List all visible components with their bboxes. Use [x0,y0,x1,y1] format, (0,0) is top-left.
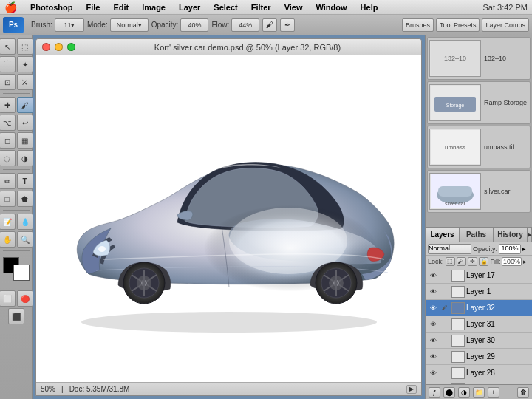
lock-all[interactable]: 🔒 [479,257,488,266]
zoom-tool[interactable]: 🔍 [17,231,33,248]
lasso-tool[interactable]: ⌒ [0,56,16,72]
delete-layer-btn[interactable]: 🗑 [517,387,529,398]
layer-visibility[interactable]: 👁 [428,368,438,378]
quick-mask-off[interactable]: ⬜ [0,290,16,307]
menu-photoshop[interactable]: Photoshop [27,3,75,12]
thumb-item-4[interactable]: silver car silver.car [427,170,531,213]
path-tool[interactable]: ✏ [0,173,16,189]
screen-mode[interactable]: ⬛ [8,308,24,324]
tab-history[interactable]: History [494,228,528,242]
apple-menu[interactable]: 🍎 [4,1,17,13]
right-buttons: Brushes Tool Presets Layer Comps [402,18,529,32]
healing-tool[interactable]: ✚ [0,97,16,113]
layer-visibility[interactable]: 👁 [428,335,438,346]
close-button[interactable] [42,43,50,51]
notes-tool[interactable]: 📝 [0,214,16,230]
custom-shape[interactable]: ⬟ [17,191,33,207]
menu-filter[interactable]: Filter [248,3,274,12]
thumb-label-1: 132–10 [484,55,506,62]
text-tool[interactable]: T [17,173,33,189]
lock-transparent[interactable]: ⬚ [446,257,455,266]
gradient-tool[interactable]: ▦ [17,132,33,149]
layer-item[interactable]: 👁 Layer 30 [426,332,532,349]
menu-edit[interactable]: Edit [110,3,132,12]
layer-item[interactable]: 👁 Layer 28 [426,365,532,381]
shape-tool[interactable]: □ [0,191,16,207]
fill-arrow[interactable]: ▸ [523,258,530,265]
tool-presets-btn[interactable]: Tool Presets [436,18,480,32]
fill-input[interactable]: 100% [502,257,521,266]
brushes-btn[interactable]: Brushes [402,18,434,32]
opacity-arrow[interactable]: ▸ [522,245,530,253]
menu-layer[interactable]: Layer [176,3,203,12]
menu-view[interactable]: View [282,3,306,12]
layers-list[interactable]: 👁 Layer 17 👁 Layer 1 👁 🖌 Layer 32 👁 Laye… [426,267,532,384]
thumb-label-2: Ramp Storage [484,99,527,106]
menu-file[interactable]: File [83,3,103,12]
tab-menu[interactable]: ▸ [528,228,532,242]
maximize-button[interactable] [67,43,75,51]
flow-input[interactable]: 44% [231,18,259,32]
new-layer-btn[interactable]: + [488,387,499,398]
status-arrow[interactable]: ▶ [406,385,417,394]
thumb-item-1[interactable]: 132–10 132–10 [427,37,531,80]
tool-separator-2 [3,169,30,170]
minimize-button[interactable] [55,43,63,51]
history-brush[interactable]: ↩ [17,115,33,131]
layer-visibility[interactable]: 👁 [428,352,438,362]
layer-item[interactable]: 👁 Layer 17 [426,267,532,284]
opacity-input[interactable]: 100% [499,244,521,254]
svg-point-0 [81,312,377,332]
airbrush-btn[interactable]: 🖌 [262,18,277,32]
add-style-btn[interactable]: ƒ [429,387,440,398]
blur-tool[interactable]: ◌ [0,150,16,166]
tab-layers[interactable]: Layers [426,228,460,242]
layer-visibility[interactable]: 👁 [428,287,438,297]
flow-group: Flow: 44% [211,18,259,32]
opacity-label: Opacity: [151,21,179,29]
brush-picker[interactable]: 11▾ [55,18,84,32]
layer-visibility[interactable]: 👁 [428,270,438,281]
add-fill-btn[interactable]: ◑ [458,387,470,398]
clone-tool[interactable]: ⌥ [0,115,16,131]
layer-comps-btn[interactable]: Layer Comps [482,18,529,32]
document-canvas[interactable] [36,55,421,382]
car-artwork [52,104,406,333]
selection-tool[interactable]: ⬚ [17,38,33,55]
crop-tool[interactable]: ⊡ [0,74,16,90]
menu-select[interactable]: Select [211,3,240,12]
eraser-tool[interactable]: ◻ [0,132,16,149]
quick-mask-on[interactable]: 🔴 [17,290,33,307]
background-color[interactable] [13,265,30,281]
opacity-input[interactable]: 40% [180,18,208,32]
layer-item[interactable]: 👁 🖌 Layer 32 [426,300,532,316]
thumb-preview-4: silver car [429,173,481,210]
menu-image[interactable]: Image [139,3,168,12]
mode-label: Mode: [87,21,108,29]
dodge-tool[interactable]: ◑ [17,150,33,166]
folder-btn[interactable]: 📁 [473,387,485,398]
blend-mode-select[interactable]: Normal [428,244,471,254]
mode-select[interactable]: Normal▾ [110,18,149,32]
eyedropper-tool[interactable]: 💧 [17,214,33,230]
layer-item[interactable]: 👁 Layer 31 [426,316,532,332]
thumb-item-3[interactable]: umbass umbass.tif [427,126,531,168]
thumb-item-2[interactable]: Storage Ramp Storage [427,81,531,124]
tablet-btn[interactable]: ✒ [280,18,295,32]
add-mask-btn[interactable]: ⬤ [443,387,455,398]
lock-position[interactable]: ✛ [468,257,477,266]
slice-tool[interactable]: ⚔ [17,74,33,90]
move-tool[interactable]: ↖ [0,38,16,55]
menu-window[interactable]: Window [313,3,350,12]
layer-visibility[interactable]: 👁 [428,303,438,313]
tab-paths[interactable]: Paths [460,228,494,242]
magic-wand-tool[interactable]: ✦ [17,56,33,72]
layer-item[interactable]: 👁 Layer 29 [426,349,532,365]
layer-item[interactable]: 👁 Layer 1 [426,284,532,300]
layer-visibility[interactable]: 👁 [428,319,438,330]
hand-tool[interactable]: ✋ [0,231,16,248]
lock-pixels[interactable]: 🖌 [457,257,466,266]
canvas-area: Kort' silver car demo.psd @ 50% (Layer 3… [33,35,425,399]
brush-tool[interactable]: 🖌 [17,97,33,113]
menu-help[interactable]: Help [358,3,381,12]
